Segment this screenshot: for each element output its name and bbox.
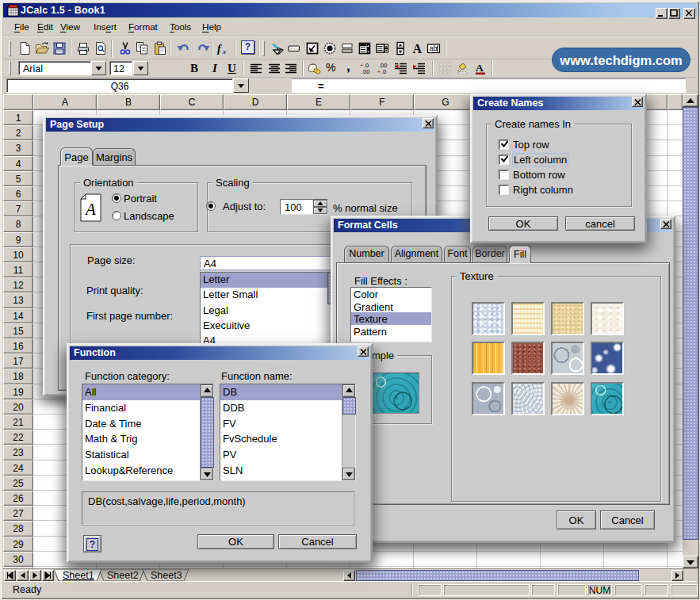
svg-text:Sheet2: Sheet2 — [107, 570, 139, 581]
svg-text:Sheet1: Sheet1 — [63, 570, 94, 581]
svg-text:x: x — [222, 48, 226, 55]
svg-text:A: A — [476, 62, 484, 74]
svg-text:A: A — [413, 42, 423, 55]
svg-text:.00: .00 — [361, 68, 369, 75]
svg-text:f: f — [217, 43, 222, 55]
svg-text:.0: .0 — [381, 68, 386, 75]
svg-text:ab: ab — [430, 44, 438, 52]
svg-text:Sheet3: Sheet3 — [151, 570, 182, 581]
svg-text:A: A — [84, 200, 96, 219]
